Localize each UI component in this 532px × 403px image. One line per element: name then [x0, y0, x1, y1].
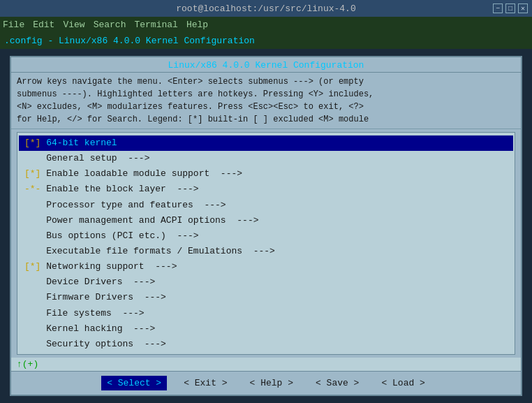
- menu-prefix-6: [24, 230, 46, 241]
- menu-suffix-4: --->: [193, 200, 226, 210]
- menu-panel[interactable]: [*] 64-bit kernel General setup --->[*] …: [17, 132, 515, 355]
- menu-label-1: General setup: [46, 153, 117, 163]
- menu-prefix-11: [24, 308, 46, 318]
- title-bar: root@localhost:/usr/src/linux-4.0 − □ ✕: [0, 0, 532, 17]
- action-button-0[interactable]: < Select >: [101, 376, 167, 390]
- maximize-button[interactable]: □: [505, 3, 515, 13]
- menu-prefix-4: [24, 200, 46, 210]
- menu-item-4[interactable]: Processor type and features --->: [19, 198, 513, 213]
- menu-item-0[interactable]: [*] 64-bit kernel: [19, 135, 513, 151]
- minimize-button[interactable]: −: [493, 3, 503, 13]
- menu-item-7[interactable]: Executable file formats / Emulations ---…: [19, 244, 513, 259]
- menu-suffix-8: --->: [145, 261, 177, 272]
- menu-label-4: Processor type and features: [46, 200, 193, 210]
- menu-label-7: Executable file formats / Emulations: [46, 246, 242, 256]
- menu-view[interactable]: View: [63, 20, 84, 30]
- menu-suffix-3: --->: [166, 184, 199, 194]
- menu-file[interactable]: File: [3, 20, 24, 30]
- help-line-3: <N> excludes, <M> modularizes features. …: [17, 101, 515, 113]
- menu-terminal[interactable]: Terminal: [134, 20, 177, 30]
- menu-label-0: 64-bit kernel: [46, 138, 117, 148]
- action-button-3[interactable]: < Save >: [310, 376, 364, 390]
- menu-item-9[interactable]: Device Drivers --->: [19, 274, 513, 290]
- menu-suffix-13: --->: [133, 339, 166, 349]
- menu-item-10[interactable]: Firmware Drivers --->: [19, 290, 513, 305]
- kernel-help: Arrow keys navigate the menu. <Enter> se…: [11, 73, 521, 129]
- help-line-2: submenus ----). Highlighted letters are …: [17, 88, 515, 101]
- menu-item-13[interactable]: Security options --->: [19, 337, 513, 352]
- menu-prefix-13: [24, 339, 46, 349]
- help-line-4: for Help, </> for Search. Legend: [*] bu…: [17, 113, 515, 126]
- menu-label-5: Power management and ACPI options: [46, 215, 226, 226]
- menu-prefix-12: [24, 323, 46, 334]
- tab-bar: .config - Linux/x86 4.0.0 Kernel Configu…: [0, 32, 532, 49]
- menu-suffix-14: --->: [139, 354, 172, 355]
- menu-suffix-7: --->: [242, 246, 275, 256]
- button-bar: < Select >< Exit >< Help >< Save >< Load…: [11, 371, 521, 395]
- menu-suffix-6: --->: [166, 230, 199, 241]
- menu-search[interactable]: Search: [94, 20, 126, 30]
- menu-prefix-0: [*]: [24, 138, 46, 148]
- main-content: Linux/x86 4.0.0 Kernel Configuration Arr…: [0, 49, 532, 403]
- menu-label-11: File systems: [46, 308, 112, 318]
- menu-label-10: Firmware Drivers: [46, 292, 133, 302]
- menu-label-9: Device Drivers: [46, 277, 122, 287]
- action-button-4[interactable]: < Load >: [376, 376, 430, 390]
- menu-item-14[interactable]: -*- Cryptographic API --->: [19, 352, 513, 355]
- menu-suffix-5: --->: [226, 215, 259, 226]
- menu-prefix-2: [*]: [24, 168, 46, 179]
- menu-item-12[interactable]: Kernel hacking --->: [19, 321, 513, 337]
- menu-label-6: Bus options (PCI etc.): [46, 230, 166, 241]
- tab-label: .config - Linux/x86 4.0.0 Kernel Configu…: [4, 36, 255, 46]
- menu-prefix-14: -*-: [24, 354, 46, 355]
- menu-prefix-9: [24, 277, 46, 287]
- menu-item-11[interactable]: File systems --->: [19, 306, 513, 321]
- menu-item-2[interactable]: [*] Enable loadable module support --->: [19, 166, 513, 182]
- menu-label-14: Cryptographic API: [46, 354, 139, 355]
- menu-suffix-12: --->: [122, 323, 155, 334]
- menu-suffix-11: --->: [112, 308, 145, 318]
- kernel-title: Linux/x86 4.0.0 Kernel Configuration: [11, 57, 521, 73]
- menu-suffix-9: --->: [122, 277, 155, 287]
- window-controls[interactable]: − □ ✕: [493, 3, 528, 13]
- menu-label-13: Security options: [46, 339, 133, 349]
- menu-item-3[interactable]: -*- Enable the block layer --->: [19, 182, 513, 197]
- close-button[interactable]: ✕: [518, 3, 528, 13]
- menu-item-8[interactable]: [*] Networking support --->: [19, 259, 513, 274]
- menu-label-8: Networking support: [46, 261, 144, 272]
- window-title: root@localhost:/usr/src/linux-4.0: [176, 3, 355, 14]
- menu-prefix-1: [24, 153, 46, 163]
- menu-suffix-10: --->: [133, 292, 166, 302]
- help-line-1: Arrow keys navigate the menu. <Enter> se…: [17, 75, 515, 88]
- kernel-window: Linux/x86 4.0.0 Kernel Configuration Arr…: [10, 56, 522, 396]
- menu-label-12: Kernel hacking: [46, 323, 122, 334]
- menu-prefix-5: [24, 215, 46, 226]
- menu-label-3: Enable the block layer: [46, 184, 166, 194]
- scroll-indicator: ↑(+): [11, 358, 521, 371]
- menu-prefix-7: [24, 246, 46, 256]
- action-button-1[interactable]: < Exit >: [178, 376, 232, 390]
- menu-prefix-8: [*]: [24, 261, 46, 272]
- menu-prefix-10: [24, 292, 46, 302]
- menu-item-6[interactable]: Bus options (PCI etc.) --->: [19, 228, 513, 244]
- menu-item-1[interactable]: General setup --->: [19, 151, 513, 166]
- menu-item-5[interactable]: Power management and ACPI options --->: [19, 213, 513, 228]
- menu-suffix-2: --->: [209, 168, 242, 179]
- menu-suffix-1: --->: [117, 153, 150, 163]
- action-button-2[interactable]: < Help >: [244, 376, 299, 390]
- menu-label-2: Enable loadable module support: [46, 168, 209, 179]
- menu-prefix-3: -*-: [24, 184, 46, 194]
- menu-help[interactable]: Help: [186, 20, 208, 30]
- menu-edit[interactable]: Edit: [33, 20, 54, 30]
- menu-bar: File Edit View Search Terminal Help: [0, 17, 532, 32]
